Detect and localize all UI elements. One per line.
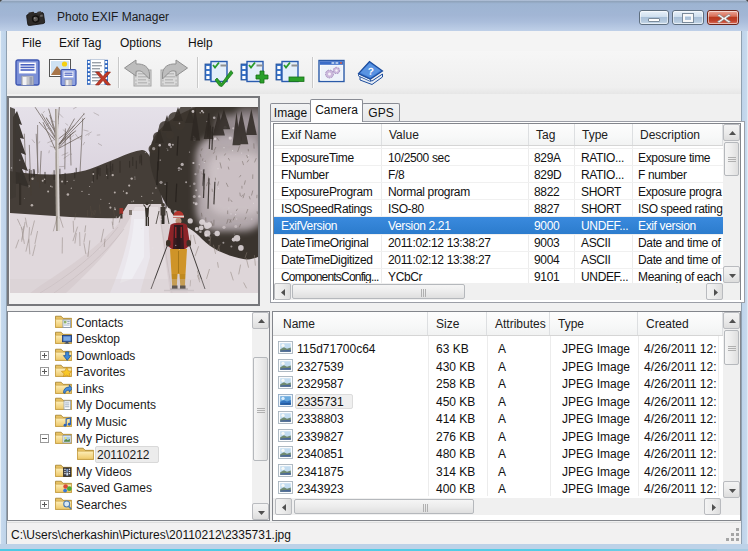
svg-text:?: ? [367, 65, 374, 76]
